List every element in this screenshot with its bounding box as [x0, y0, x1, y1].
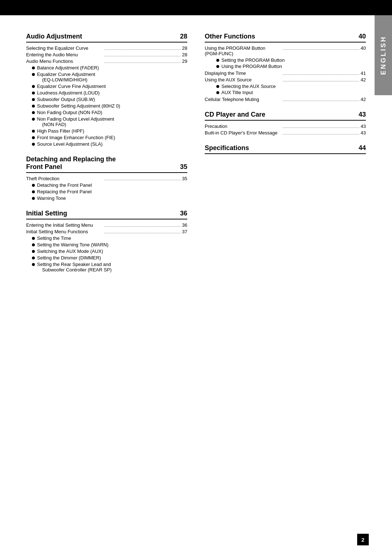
bullet-non-fading: Non Fading Output (NON FAD) [32, 110, 187, 115]
initial-setting-title: Initial Setting [26, 210, 67, 217]
bullet-icon [32, 118, 35, 121]
bullet-setting-time: Setting the Time [32, 235, 187, 241]
sub-bullet-aux-title: AUX Title Input [216, 90, 366, 95]
bullet-icon [32, 243, 35, 246]
main-content: Audio Adjustment 28 Selecting the Equali… [0, 15, 392, 310]
bullet-icon [32, 237, 35, 240]
entry-entering-initial: Entering the Initial Setting Menu 36 [26, 222, 187, 228]
top-bar [0, 0, 392, 15]
other-functions-title: Other Functions [205, 33, 255, 40]
bullet-icon [32, 130, 35, 133]
specifications-pageref: 44 [359, 144, 366, 152]
bullet-icon [32, 66, 35, 69]
entry-cellular-muting: Cellular Telephone Muting 42 [205, 97, 366, 102]
bullet-eq-curve: Equalizer Curve Adjustment(EQ-LOW/MID/HI… [32, 72, 187, 82]
bullet-dimmer: Setting the Dimmer (DIMMER) [32, 255, 187, 261]
bullet-icon [32, 143, 35, 146]
bullet-icon [32, 250, 35, 253]
entry-precaution: Precaution 43 [205, 124, 366, 129]
sub-bullet-using-program: Using the PROGRAM Button [216, 64, 366, 69]
initial-setting-heading: Initial Setting 36 [26, 210, 187, 219]
section-audio-adjustment: Audio Adjustment 28 Selecting the Equali… [26, 33, 187, 147]
bullet-icon [32, 105, 35, 108]
cd-player-pageref: 43 [359, 111, 366, 118]
initial-setting-pageref: 36 [180, 210, 187, 217]
entry-program-button: Using the PROGRAM Button(PGM-FUNC) 40 [205, 45, 366, 56]
bullet-replacing-panel: Replacing the Front Panel [32, 189, 187, 194]
bullet-rear-speaker: Setting the Rear Speaker Lead andSubwoof… [32, 262, 187, 273]
bullet-icon [32, 85, 35, 88]
cd-player-title: CD Player and Care [205, 111, 265, 118]
bullet-icon [32, 136, 35, 139]
side-tab-label: ENGLISH [380, 36, 387, 75]
bullet-icon [216, 85, 219, 88]
specifications-title: Specifications [205, 144, 249, 152]
section-cd-player: CD Player and Care 43 Precaution 43 Buil… [205, 111, 366, 136]
section-initial-setting: Initial Setting 36 Entering the Initial … [26, 210, 187, 273]
bullet-icon [32, 73, 35, 76]
bullet-balance: Balance Adjustment (FADER) [32, 65, 187, 70]
bullet-eq-fine: Equalizer Curve Fine Adjustment [32, 84, 187, 89]
entry-initial-menu-functions: Initial Setting Menu Functions 37 [26, 229, 187, 234]
section-specifications: Specifications 44 [205, 144, 366, 154]
bullet-icon [32, 92, 35, 94]
other-functions-pageref: 40 [359, 33, 366, 40]
bullet-icon [216, 65, 219, 68]
entry-aux-source: Using the AUX Source 42 [205, 77, 366, 82]
bullet-icon [216, 59, 219, 62]
entry-entering-audio: Entering the Audio Menu 28 [26, 52, 187, 57]
bullet-icon [32, 263, 35, 266]
entry-displaying-time: Displaying the Time 41 [205, 70, 366, 76]
bullet-non-fading-level: Non Fading Output Level Adjustment(NON F… [32, 116, 187, 127]
cd-player-heading: CD Player and Care 43 [205, 111, 366, 121]
bullet-icon [32, 111, 35, 114]
bullet-warning-tone: Warning Tone [32, 195, 187, 201]
bullet-fie: Front Image Enhancer Function (FIE) [32, 135, 187, 140]
bullet-icon [216, 91, 219, 94]
entry-audio-menu: Audio Menu Functions 29 [26, 58, 187, 64]
right-column: Other Functions 40 Using the PROGRAM But… [205, 33, 366, 281]
entry-builtin-cd: Built-in CD Player's Error Message 43 [205, 130, 366, 136]
audio-adjustment-heading: Audio Adjustment 28 [26, 33, 187, 43]
other-functions-heading: Other Functions 40 [205, 33, 366, 43]
section-other-functions: Other Functions 40 Using the PROGRAM But… [205, 33, 366, 102]
side-tab-english: ENGLISH [375, 15, 392, 95]
section-detaching-replacing: Detaching and Replacing the Front Panel … [26, 156, 187, 201]
bullet-detaching-panel: Detaching the Front Panel [32, 182, 187, 188]
bullet-subwoofer-output: Subwoofer Output (SUB.W) [32, 97, 187, 102]
bullet-sla: Source Level Adjustment (SLA) [32, 141, 187, 147]
specifications-heading: Specifications 44 [205, 144, 366, 154]
bullet-icon [32, 197, 35, 200]
left-column: Audio Adjustment 28 Selecting the Equali… [26, 33, 187, 281]
page-number: 2 [357, 534, 369, 545]
detaching-heading-line1: Detaching and Replacing the [26, 156, 187, 163]
audio-adjustment-pageref: 28 [180, 33, 187, 40]
front-panel-heading: Front Panel 35 [26, 163, 187, 173]
audio-adjustment-title: Audio Adjustment [26, 33, 82, 40]
bullet-icon [32, 190, 35, 193]
sub-bullet-selecting-aux: Selecting the AUX Source [216, 84, 366, 89]
bullet-icon [32, 98, 35, 101]
bullet-subwoofer-setting: Subwoofer Setting Adjustment (80HZ 0) [32, 103, 187, 109]
bullet-icon [32, 257, 35, 259]
sub-bullet-setting-program: Setting the PROGRAM Button [216, 57, 366, 63]
bullet-loudness: Loudness Adjustment (LOUD) [32, 90, 187, 96]
bullet-warning-tone-warn: Setting the Warning Tone (WARN) [32, 242, 187, 247]
bullet-icon [32, 184, 35, 187]
bullet-aux-mode: Switching the AUX Mode (AUX) [32, 249, 187, 254]
entry-selecting-eq: Selecting the Equalizer Curve 28 [26, 45, 187, 51]
entry-theft-protection: Theft Protection 35 [26, 176, 187, 181]
bullet-hpf: High Pass Filter (HPF) [32, 128, 187, 134]
